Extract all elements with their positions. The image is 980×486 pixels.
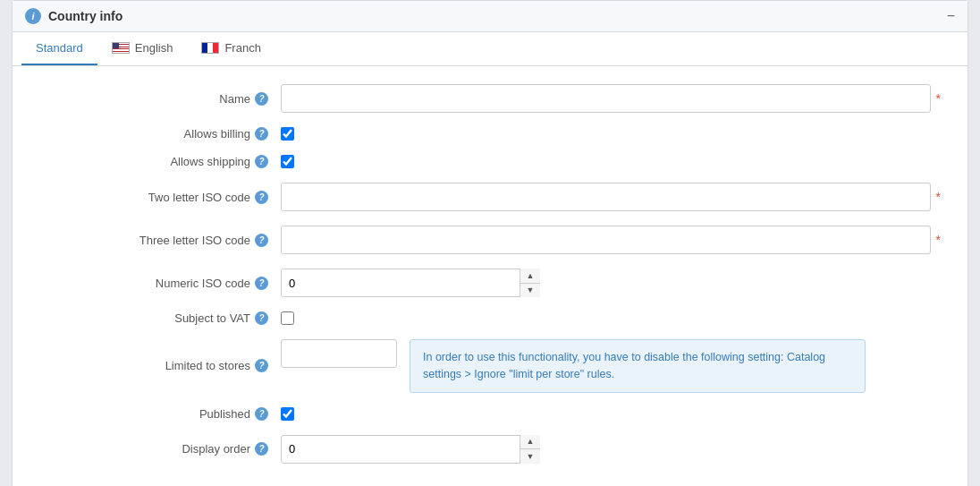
display-order-label: Display order bbox=[182, 442, 250, 456]
numeric-iso-help-icon[interactable]: ? bbox=[255, 277, 268, 290]
numeric-iso-spinner: ▲ ▼ bbox=[520, 269, 540, 297]
display-order-increment-button[interactable]: ▲ bbox=[520, 435, 540, 450]
limited-to-stores-input[interactable] bbox=[281, 339, 397, 368]
allows-billing-checkbox[interactable] bbox=[281, 127, 294, 141]
us-flag-icon bbox=[112, 42, 130, 54]
allows-shipping-label-wrap: Allows shipping ? bbox=[39, 155, 281, 168]
limited-to-stores-label-wrap: Limited to stores ? bbox=[39, 359, 281, 372]
published-checkbox-wrap bbox=[281, 407, 294, 421]
numeric-iso-row: Numeric ISO code ? 0 ▲ ▼ bbox=[39, 269, 941, 297]
three-letter-iso-input-wrap: * bbox=[281, 226, 941, 254]
allows-shipping-row: Allows shipping ? bbox=[39, 155, 941, 168]
numeric-iso-input[interactable]: 0 bbox=[281, 269, 540, 297]
tab-bar: Standard English Franch bbox=[13, 32, 967, 66]
panel-body: Name ? * Allows billing ? Allows shippin… bbox=[13, 66, 967, 486]
tab-standard[interactable]: Standard bbox=[21, 32, 97, 65]
panel-info-icon: i bbox=[25, 8, 41, 24]
subject-to-vat-checkbox-wrap bbox=[281, 311, 294, 325]
subject-to-vat-help-icon[interactable]: ? bbox=[255, 311, 268, 325]
tab-franch-label: Franch bbox=[224, 41, 260, 55]
numeric-iso-label-wrap: Numeric ISO code ? bbox=[39, 277, 281, 290]
two-letter-iso-input[interactable] bbox=[281, 183, 931, 211]
allows-shipping-help-icon[interactable]: ? bbox=[255, 155, 268, 168]
name-required-star: * bbox=[936, 91, 941, 106]
name-input[interactable] bbox=[281, 84, 931, 113]
allows-billing-label: Allows billing bbox=[184, 127, 250, 141]
limited-to-stores-info-box: In order to use this functionality, you … bbox=[410, 339, 866, 393]
three-letter-iso-row: Three letter ISO code ? * bbox=[39, 226, 941, 254]
display-order-decrement-button[interactable]: ▼ bbox=[520, 449, 540, 464]
two-letter-iso-help-icon[interactable]: ? bbox=[255, 191, 268, 204]
three-letter-iso-label: Three letter ISO code bbox=[139, 234, 250, 247]
subject-to-vat-row: Subject to VAT ? bbox=[39, 311, 941, 325]
numeric-iso-label: Numeric ISO code bbox=[156, 277, 250, 290]
limited-to-stores-help-icon[interactable]: ? bbox=[255, 359, 268, 372]
published-label-wrap: Published ? bbox=[39, 407, 281, 421]
three-letter-iso-input[interactable] bbox=[281, 226, 931, 254]
display-order-help-icon[interactable]: ? bbox=[255, 442, 268, 456]
name-label: Name bbox=[219, 92, 250, 106]
tab-english[interactable]: English bbox=[97, 32, 188, 65]
panel-header: i Country info − bbox=[13, 1, 967, 32]
subject-to-vat-label-wrap: Subject to VAT ? bbox=[39, 311, 281, 325]
panel-title-wrap: i Country info bbox=[25, 8, 122, 24]
fr-flag-icon bbox=[201, 42, 219, 54]
published-help-icon[interactable]: ? bbox=[255, 407, 268, 421]
allows-billing-row: Allows billing ? bbox=[39, 127, 941, 141]
limited-to-stores-row: Limited to stores ? In order to use this… bbox=[39, 339, 941, 393]
name-input-wrap: * bbox=[281, 84, 941, 113]
allows-billing-label-wrap: Allows billing ? bbox=[39, 127, 281, 141]
limited-to-stores-wrap: In order to use this functionality, you … bbox=[281, 339, 866, 393]
tab-english-label: English bbox=[135, 41, 173, 55]
three-letter-iso-label-wrap: Three letter ISO code ? bbox=[39, 234, 281, 247]
tab-franch[interactable]: Franch bbox=[187, 32, 275, 65]
allows-billing-help-icon[interactable]: ? bbox=[255, 127, 268, 141]
allows-shipping-checkbox[interactable] bbox=[281, 155, 294, 168]
tab-standard-label: Standard bbox=[36, 41, 83, 55]
subject-to-vat-checkbox[interactable] bbox=[281, 311, 294, 325]
display-order-spinner: ▲ ▼ bbox=[520, 435, 540, 464]
display-order-input[interactable]: 0 bbox=[281, 435, 540, 464]
two-letter-iso-required-star: * bbox=[936, 190, 941, 204]
limited-to-stores-label: Limited to stores bbox=[165, 359, 250, 372]
subject-to-vat-label: Subject to VAT bbox=[174, 311, 250, 325]
allows-shipping-label: Allows shipping bbox=[170, 155, 250, 168]
panel-title: Country info bbox=[48, 9, 122, 23]
name-help-icon[interactable]: ? bbox=[255, 92, 268, 106]
name-row: Name ? * bbox=[39, 84, 941, 113]
two-letter-iso-label-wrap: Two letter ISO code ? bbox=[39, 191, 281, 204]
display-order-row: Display order ? 0 ▲ ▼ bbox=[39, 435, 941, 464]
published-row: Published ? bbox=[39, 407, 941, 421]
display-order-input-wrap: 0 ▲ ▼ bbox=[281, 435, 540, 464]
numeric-iso-input-wrap: 0 ▲ ▼ bbox=[281, 269, 540, 297]
country-info-panel: i Country info − Standard English Franch… bbox=[12, 0, 968, 486]
name-label-wrap: Name ? bbox=[39, 92, 281, 106]
numeric-iso-decrement-button[interactable]: ▼ bbox=[520, 284, 540, 298]
two-letter-iso-label: Two letter ISO code bbox=[148, 191, 250, 204]
published-label: Published bbox=[199, 407, 250, 421]
minimize-button[interactable]: − bbox=[947, 9, 955, 23]
limited-to-stores-info-text: In order to use this functionality, you … bbox=[423, 351, 825, 380]
display-order-label-wrap: Display order ? bbox=[39, 442, 281, 456]
allows-billing-checkbox-wrap bbox=[281, 127, 294, 141]
published-checkbox[interactable] bbox=[281, 407, 294, 421]
numeric-iso-increment-button[interactable]: ▲ bbox=[520, 269, 540, 284]
allows-shipping-checkbox-wrap bbox=[281, 155, 294, 168]
three-letter-iso-help-icon[interactable]: ? bbox=[255, 234, 268, 247]
three-letter-iso-required-star: * bbox=[936, 233, 941, 247]
two-letter-iso-row: Two letter ISO code ? * bbox=[39, 183, 941, 211]
two-letter-iso-input-wrap: * bbox=[281, 183, 941, 211]
